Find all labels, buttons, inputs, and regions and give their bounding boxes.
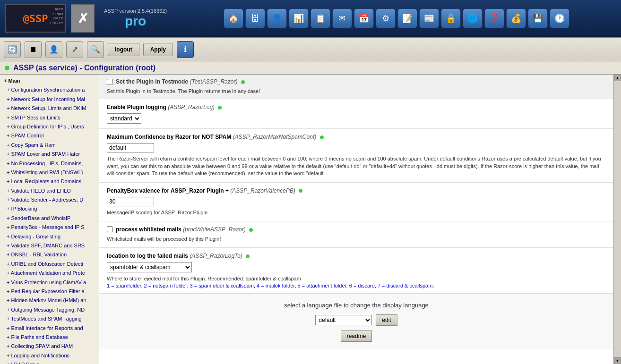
page-title: ASSP (as service) - Configuration (root): [13, 64, 155, 72]
sidebar-item[interactable]: + Delaying - Greylisting: [0, 232, 99, 241]
max-confidence-input[interactable]: [107, 143, 154, 152]
plugin-logging-param: (ASSP_RazorLog): [168, 104, 215, 110]
penaltybox-section: PenaltyBox valence for ASSP_Razor Plugin…: [99, 183, 613, 221]
news-icon[interactable]: 📰: [419, 8, 439, 28]
save-icon[interactable]: 💾: [528, 8, 548, 28]
search-action-icon[interactable]: 🔍: [87, 41, 104, 58]
penaltybox-label: PenaltyBox valence for ASSP_Razor Plugin…: [107, 187, 606, 194]
sidebar-item[interactable]: + Logging and Notifications: [0, 351, 99, 360]
pro-label: pro: [104, 14, 167, 29]
plugin-logging-select[interactable]: standard verbose off: [107, 113, 141, 124]
process-whitelisted-param: (procWhiteASSP_Razor): [183, 226, 246, 233]
sidebar-item[interactable]: + Validate HELO and EHLO: [0, 186, 99, 195]
log-failed-select[interactable]: spamfolder & ccallspam spamfolder notspa…: [107, 262, 192, 272]
sidebar-item[interactable]: + LDAP Setup: [0, 360, 99, 364]
calendar-icon[interactable]: 📅: [354, 8, 374, 28]
sidebar-item[interactable]: + File Paths and Database: [0, 333, 99, 342]
sidebar-item[interactable]: + Validate SPF, DMARC and SRS: [0, 241, 99, 250]
sidebar-item[interactable]: + Hidden Markov Model (HMM) an: [0, 296, 99, 305]
scrollbar[interactable]: ▲ ▼: [613, 75, 621, 364]
scroll-up-button[interactable]: ▲: [614, 75, 621, 81]
network-icon[interactable]: 🌐: [463, 8, 483, 28]
apply-button[interactable]: Apply: [143, 43, 173, 56]
testmode-section: Set the Plugin in Testmode (TestASSP_Raz…: [99, 75, 613, 99]
plugin-logging-section: Enable Plugin logging (ASSP_RazorLog) st…: [99, 99, 613, 129]
sidebar-item[interactable]: + Network Setup for Incoming Mai: [0, 95, 99, 104]
sidebar-item[interactable]: + SMTP Session Limits: [0, 113, 99, 122]
sidebar-item[interactable]: + DNSBL - RBL Validation: [0, 250, 99, 259]
sidebar-item[interactable]: + Main: [0, 76, 99, 85]
log-failed-section: location to log the failed mails (ASSP_R…: [99, 248, 613, 293]
max-confidence-section: Maximum Confidence by Razor for NOT SPAM…: [99, 129, 613, 182]
logo-box: @SSP ANTI SPAM SMTP PROXY: [5, 4, 66, 33]
sidebar-item[interactable]: + TestModes and SPAM Tagging: [0, 314, 99, 323]
process-whitelisted-checkbox[interactable]: [107, 226, 113, 232]
logout-button[interactable]: logout: [108, 43, 139, 56]
chart-icon[interactable]: 📊: [289, 8, 309, 28]
refresh-action-icon[interactable]: 🔄: [4, 41, 21, 58]
sidebar: + Main+ Configuration Synchronization a+…: [0, 75, 99, 364]
max-confidence-description: The Razor-Server will return a confidenc…: [107, 155, 606, 177]
sidebar-item[interactable]: + Outgoing Message Tagging, ND: [0, 305, 99, 314]
process-whitelisted-label: process whitlisted mails (procWhiteASSP_…: [116, 226, 253, 233]
settings-icon[interactable]: ⚙: [376, 8, 396, 28]
mail-icon[interactable]: ✉: [332, 8, 352, 28]
sidebar-item[interactable]: + Copy Spam & Ham: [0, 141, 99, 150]
sidebar-item[interactable]: + Email Interface for Reports and: [0, 324, 99, 333]
logo-area: @SSP ANTI SPAM SMTP PROXY ✗: [5, 4, 95, 33]
sidebar-item[interactable]: + Configuration Synchronization a: [0, 85, 99, 94]
sidebar-item[interactable]: + No Processing - IP's, Domains,: [0, 159, 99, 168]
header: @SSP ANTI SPAM SMTP PROXY ✗ ASSP version…: [0, 0, 621, 38]
database-icon[interactable]: 🗄: [245, 8, 265, 28]
process-whitelisted-section: process whitlisted mails (procWhiteASSP_…: [99, 221, 613, 248]
penaltybox-input[interactable]: [107, 197, 154, 206]
sidebar-item[interactable]: + SPAM Control: [0, 131, 99, 140]
edit-button[interactable]: edit: [376, 314, 397, 326]
sidebar-item[interactable]: + Perl Regular Expression Filter a: [0, 287, 99, 296]
list-icon[interactable]: 📝: [397, 8, 417, 28]
status-dot: [5, 66, 9, 70]
expand-action-icon[interactable]: ⤢: [66, 41, 83, 58]
readme-button[interactable]: readme: [341, 330, 372, 342]
status-bar: ASSP (as service) - Configuration (root): [0, 61, 621, 75]
security-icon[interactable]: 🔒: [441, 8, 461, 28]
blue-action-icon[interactable]: ℹ: [177, 41, 194, 58]
penaltybox-description: Message/IP scoring for ASSP_Razor Plugin: [107, 209, 606, 216]
sidebar-item[interactable]: + SenderBase and WhoisIP: [0, 214, 99, 223]
sidebar-item[interactable]: + Virus Protection using ClamAV a: [0, 278, 99, 287]
sidebar-item[interactable]: + Attachment Validation and Prote: [0, 269, 99, 278]
toolbar-icons: 🏠🗄👤📊📋✉📅⚙📝📰🔒🌐❓💰💾🕐: [176, 8, 616, 28]
sidebar-item[interactable]: + SPAM Lover and SPAM Hater: [0, 150, 99, 159]
log-failed-highlight: 1 = spamfolder, 2 = notspam folder, 3 = …: [107, 283, 606, 288]
max-confidence-label: Maximum Confidence by Razor for NOT SPAM…: [107, 134, 606, 140]
history-icon[interactable]: 🕐: [550, 8, 569, 28]
testmode-label: Set the Plugin in Testmode (TestASSP_Raz…: [116, 78, 245, 85]
sidebar-item[interactable]: + IP Blocking: [0, 204, 99, 213]
content-area[interactable]: Set the Plugin in Testmode (TestASSP_Raz…: [99, 75, 613, 364]
sidebar-item[interactable]: + URIBL and Obfuscation Detecti: [0, 260, 99, 269]
sidebar-item[interactable]: + Collecting SPAM and HAM: [0, 342, 99, 351]
sidebar-item[interactable]: + Network Setup, Limits and DKIM: [0, 104, 99, 113]
sidebar-item[interactable]: + Validate Sender - Addresses, D: [0, 195, 99, 204]
log-failed-param: (ASSP_RazorLogTo): [190, 253, 242, 259]
sidebar-item[interactable]: + Local Recipients and Domains: [0, 177, 99, 186]
money-icon[interactable]: 💰: [506, 8, 526, 28]
scroll-down-button[interactable]: ▼: [614, 357, 621, 364]
x-logo-icon: ✗: [71, 4, 95, 33]
users-icon[interactable]: 👤: [267, 8, 287, 28]
language-select[interactable]: default english german french spanish: [315, 315, 372, 325]
main-layout: + Main+ Configuration Synchronization a+…: [0, 75, 621, 364]
max-confidence-param: (ASSP_RazorMaxNotSpamConf): [233, 134, 316, 140]
report-icon[interactable]: 📋: [310, 8, 330, 28]
question-icon[interactable]: ❓: [484, 8, 504, 28]
stop-action-icon[interactable]: ⏹: [25, 41, 42, 58]
home-icon[interactable]: 🏠: [224, 8, 243, 28]
language-section-title: select a language file to change the dis…: [107, 302, 606, 309]
sidebar-item[interactable]: + PenaltyBox - Message and IP S: [0, 223, 99, 232]
logo-main: @SSP: [23, 13, 48, 25]
sidebar-item[interactable]: + Group Definition for IP's , Users: [0, 122, 99, 131]
sidebar-item[interactable]: + Whitelisting and RWL(DNSWL): [0, 168, 99, 177]
testmode-checkbox[interactable]: [107, 79, 113, 85]
penaltybox-param: (ASSP_RazorValencePB): [230, 187, 295, 194]
user-action-icon[interactable]: 👤: [45, 41, 62, 58]
